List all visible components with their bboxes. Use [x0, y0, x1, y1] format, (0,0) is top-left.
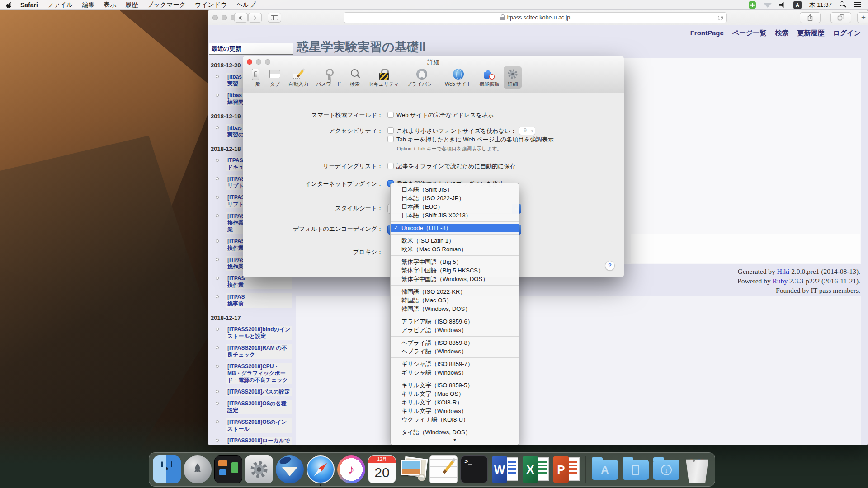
encoding-menu-item[interactable]: ✓繁体字中国語（Big 5） [391, 258, 519, 266]
sidebar-entry[interactable]: [ITPASS2018]CPU・MB・グラフィックボード・電源の不良チェック [226, 363, 292, 384]
encoding-menu-item[interactable]: ✓キリル文字（Mac OS） [391, 389, 519, 398]
tab-security[interactable]: セキュリティ [365, 66, 402, 89]
sidebar-entry[interactable]: [ITPASS2018]ローカルでのバックアップの設定 [226, 437, 292, 445]
encoding-menu-item[interactable]: ✓日本語（EUC） [391, 202, 519, 211]
encoding-menu-item[interactable]: ✓ヘブライ語（ISO 8859-8） [391, 338, 519, 347]
menu-bar-item[interactable]: 履歴 [125, 1, 138, 9]
encoding-menu-item[interactable]: ✓繁体字中国語（Windows, DOS） [391, 275, 519, 283]
dock-powerpoint-icon[interactable]: P [552, 455, 580, 483]
dock-applications-folder-icon[interactable]: A [591, 455, 619, 483]
tab-websites[interactable]: Web サイト [442, 66, 475, 89]
encoding-menu-item[interactable]: ✓韓国語（Windows, DOS） [391, 305, 519, 313]
encoding-menu-item[interactable]: ✓ [391, 285, 519, 286]
encoding-menu-item[interactable]: ✓キリル文字（Windows） [391, 407, 519, 415]
menu-bar-clock[interactable]: 木 11:37 [809, 1, 832, 9]
menu-bar-item[interactable]: 表示 [104, 1, 116, 9]
encoding-menu-item[interactable]: ✓ [391, 336, 519, 337]
help-button[interactable]: ? [605, 261, 615, 271]
app-menu-safari[interactable]: Safari [20, 1, 38, 9]
checkbox-unchecked[interactable] [387, 163, 394, 169]
encoding-menu-item[interactable]: ✓ [391, 379, 519, 379]
sidebar-entry[interactable]: [ITPASS2018]OSのインストール [226, 418, 292, 433]
apple-menu-icon[interactable] [6, 1, 13, 9]
dock-finder-icon[interactable] [153, 455, 181, 483]
wifi-icon[interactable] [764, 2, 772, 8]
encoding-menu-item[interactable]: ✓韓国語（Mac OS） [391, 296, 519, 305]
dock-calendar-icon[interactable]: 12月20 [368, 455, 396, 483]
menu-scroll-down-indicator[interactable]: ▼ [391, 436, 519, 444]
tab-highlight-checkbox[interactable]: Tab キーを押したときに Web ページ上の各項目を強調表示 [387, 135, 554, 144]
menu-bar-item[interactable]: ファイル [47, 1, 73, 9]
tab-extensions[interactable]: 機能拡張 [476, 66, 502, 89]
checkbox-unchecked[interactable] [387, 112, 394, 118]
encoding-menu-item[interactable]: ✓欧米（Mac OS Roman） [391, 245, 519, 253]
sidebar-entry[interactable]: [ITPASS2018]OSの各種設定 [226, 400, 292, 414]
app-status-green-icon[interactable] [749, 1, 756, 9]
close-button[interactable] [212, 15, 218, 20]
footer-link[interactable]: Hiki [777, 267, 790, 275]
sidebar-entry[interactable]: 2018-12-17 [211, 314, 293, 321]
new-tab-button[interactable]: + [857, 12, 868, 23]
tab-advanced[interactable]: 詳細 [504, 66, 522, 89]
encoding-menu-item[interactable]: ✓ウクライナ語（KOI8-U） [391, 415, 519, 424]
dock-safari-icon[interactable] [307, 455, 335, 483]
encoding-menu-item[interactable]: ✓ [391, 234, 519, 235]
sidebar-toggle-button[interactable] [268, 13, 281, 23]
encoding-menu-item[interactable]: ✓ [391, 426, 519, 426]
dock-thunderbird-icon[interactable] [276, 455, 304, 483]
encoding-menu-item[interactable]: ✓韓国語（ISO 2022-KR） [391, 287, 519, 296]
dock-system-preferences-icon[interactable] [245, 455, 273, 483]
volume-icon[interactable] [779, 2, 786, 8]
dock-trash-icon[interactable] [683, 455, 711, 483]
font-size-select[interactable]: 9▾ [519, 127, 535, 135]
encoding-menu-item[interactable]: ✓日本語（Shift JIS X0213） [391, 211, 519, 220]
wiki-nav-link[interactable]: ページ一覧 [732, 29, 767, 38]
minimize-button[interactable] [222, 15, 227, 20]
address-bar[interactable]: itpass.scitec.kobe-u.ac.jp [344, 12, 727, 23]
wiki-nav-link[interactable]: 検索 [775, 29, 789, 38]
tab-overview-button[interactable] [830, 12, 851, 23]
menu-bar-item[interactable]: ヘルプ [236, 1, 256, 9]
dock-itunes-icon[interactable]: ♪ [337, 455, 365, 483]
encoding-menu-item[interactable]: ✓ [391, 357, 519, 358]
encoding-menu-item[interactable]: ✓アラビア語（Windows） [391, 326, 519, 334]
min-font-size-checkbox[interactable]: これより小さいフォントサイズを使わない：9▾ [387, 127, 554, 135]
dock-word-icon[interactable]: W [491, 455, 519, 483]
back-button[interactable] [234, 13, 248, 23]
encoding-menu-item[interactable]: ✓ヘブライ語（Windows） [391, 347, 519, 356]
wiki-nav-link[interactable]: ログイン [833, 29, 861, 38]
encoding-menu-item[interactable]: ✓Unicode（UTF-8） [391, 224, 519, 232]
sidebar-entry[interactable]: [ITPASS2018]RAM の不良チェック [226, 344, 292, 359]
reload-icon[interactable] [718, 15, 723, 20]
encoding-menu-item[interactable]: ✓日本語（ISO 2022-JP） [391, 194, 519, 202]
tab-privacy[interactable]: プライバシー [404, 66, 440, 89]
wiki-nav-link[interactable]: 更新履歴 [797, 29, 825, 38]
tab-autofill[interactable]: 自動入力 [285, 66, 311, 89]
checkbox-unchecked[interactable] [387, 127, 394, 134]
sidebar-entry[interactable]: [ITPASS2018]パスの設定 [226, 388, 292, 396]
dock-downloads-folder-icon[interactable]: ↓ [652, 455, 680, 483]
dock-excel-icon[interactable]: X [522, 455, 550, 483]
dock-photos-icon[interactable] [399, 455, 427, 483]
tab-search[interactable]: 検索 [346, 66, 364, 89]
sidebar-entry[interactable]: [ITPASS2018]bindのインストールと設定 [226, 326, 292, 340]
input-source-badge[interactable]: A [793, 1, 802, 9]
encoding-menu-item[interactable]: ✓繁体字中国語（Big 5 HKSCS） [391, 266, 519, 275]
tab-general[interactable]: 一般 [246, 66, 264, 89]
menu-bar-item[interactable]: ウインドウ [195, 1, 227, 9]
menu-bar-item[interactable]: 編集 [82, 1, 94, 9]
encoding-menu-item[interactable]: ✓ [391, 315, 519, 315]
encoding-menu-item[interactable]: ✓日本語（Shift JIS） [391, 185, 519, 194]
encoding-menu-item[interactable]: ✓ギリシャ語（Windows） [391, 368, 519, 377]
menu-bar-item[interactable]: ブックマーク [147, 1, 186, 9]
preferences-titlebar[interactable]: 詳細 一般 タブ 自動入力 パスワード 検索 セキュリティ プライバシー Web… [243, 56, 624, 93]
spotlight-icon[interactable] [840, 1, 846, 8]
dock-terminal-icon[interactable]: >_ [460, 455, 488, 483]
encoding-menu-item[interactable]: ✓キリル文字（KOI8-R） [391, 398, 519, 407]
dock-documents-folder-icon[interactable] [622, 455, 650, 483]
tab-tabs[interactable]: タブ [266, 66, 284, 89]
encoding-menu-item[interactable]: ✓ [391, 255, 519, 256]
dock-textedit-icon[interactable] [429, 455, 458, 483]
share-button[interactable] [800, 12, 821, 23]
encoding-menu-item[interactable]: ✓アラビア語（ISO 8859-6） [391, 317, 519, 326]
